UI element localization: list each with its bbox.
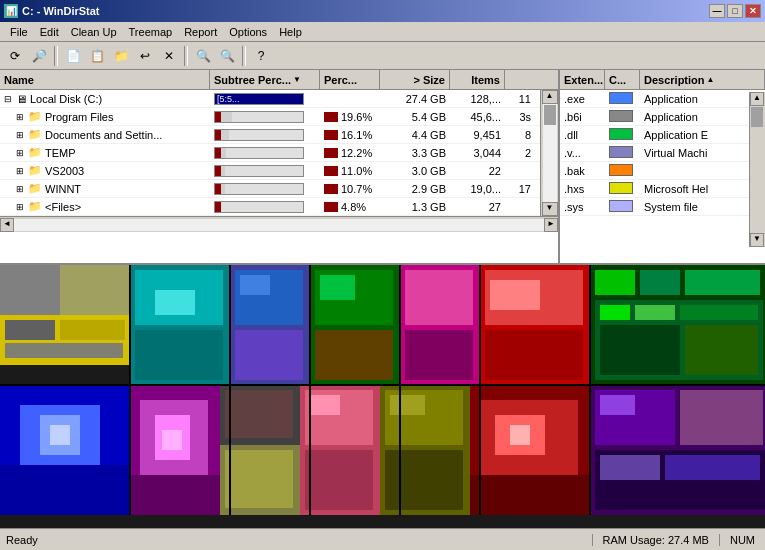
cell-subtree [210, 164, 320, 178]
toolbar-delete[interactable]: ✕ [158, 45, 180, 67]
expand-icon[interactable]: ⊞ [16, 202, 26, 212]
expand-icon[interactable]: ⊞ [16, 184, 26, 194]
table-row[interactable]: ⊟ 🖥 Local Disk (C:) [5:5... 27.4 GB [0, 90, 540, 108]
menu-report[interactable]: Report [178, 24, 223, 40]
maximize-button[interactable]: □ [727, 4, 743, 18]
table-row[interactable]: ⊞ 📁 Program Files 19.6% [0, 108, 540, 126]
color-swatch [609, 128, 633, 140]
cell-last: 2 [505, 146, 535, 160]
svg-rect-53 [305, 450, 373, 510]
menu-cleanup[interactable]: Clean Up [65, 24, 123, 40]
menu-options[interactable]: Options [223, 24, 273, 40]
cell-items: 3,044 [450, 146, 505, 160]
toolbar-zoom-out[interactable]: 🔍 [216, 45, 238, 67]
table-row[interactable]: ⊞ 📁 <Files> 4.8% [0, 198, 540, 216]
expand-icon[interactable]: ⊞ [16, 112, 26, 122]
svg-rect-61 [510, 425, 530, 445]
ext-cell-color [605, 127, 640, 143]
ext-cell-desc: Virtual Machi [640, 146, 765, 160]
expand-icon[interactable]: ⊞ [16, 166, 26, 176]
toolbar-refresh[interactable]: ⟳ [4, 45, 26, 67]
expand-icon[interactable]: ⊞ [16, 148, 26, 158]
svg-rect-21 [405, 330, 473, 380]
status-ready: Ready [0, 534, 593, 546]
list-item[interactable]: .v... Virtual Machi [560, 144, 765, 162]
col-header-size[interactable]: > Size [380, 70, 450, 89]
svg-rect-5 [60, 320, 125, 340]
scroll-up-btn[interactable]: ▲ [542, 90, 558, 104]
table-row[interactable]: ⊞ 📁 Documents and Settin... 16.1% [0, 126, 540, 144]
color-swatch [609, 182, 633, 194]
table-row[interactable]: ⊞ 📁 TEMP 12.2% 3 [0, 144, 540, 162]
toolbar-copy[interactable]: 📄 [62, 45, 84, 67]
table-row[interactable]: ⊞ 📁 VS2003 11.0% [0, 162, 540, 180]
ext-col-header-color[interactable]: C... [605, 70, 640, 89]
ext-header: Exten... C... Description▲ [560, 70, 765, 90]
ext-col-header-desc[interactable]: Description▲ [640, 70, 765, 89]
ext-col-header-ext[interactable]: Exten... [560, 70, 605, 89]
ext-cell-desc: System file [640, 200, 765, 214]
col-header-subtree[interactable]: Subtree Perc...▼ [210, 70, 320, 89]
expand-icon[interactable]: ⊟ [4, 94, 14, 104]
toolbar-help[interactable]: ? [250, 45, 272, 67]
col-header-last[interactable] [505, 70, 535, 89]
toolbar-zoom-in[interactable]: 🔍 [192, 45, 214, 67]
ext-scroll-down[interactable]: ▼ [750, 233, 764, 247]
treemap-panel[interactable] [0, 265, 765, 528]
list-item[interactable]: .hxs Microsoft Hel [560, 180, 765, 198]
cell-perc: 16.1% [320, 128, 380, 142]
col-header-perc[interactable]: Perc... [320, 70, 380, 89]
titlebar: 📊 C: - WinDirStat — □ ✕ [0, 0, 765, 22]
svg-rect-52 [310, 395, 340, 415]
ext-cell-desc: Application [640, 92, 765, 106]
ext-cell-desc: Microsoft Hel [640, 182, 765, 196]
subtree-bar [214, 183, 304, 195]
svg-rect-45 [130, 475, 220, 515]
ext-cell-ext: .dll [560, 128, 605, 142]
menu-file[interactable]: File [4, 24, 34, 40]
toolbar-paste[interactable]: 📋 [86, 45, 108, 67]
color-swatch [609, 200, 633, 212]
ext-cell-desc: Application E [640, 128, 765, 142]
menu-edit[interactable]: Edit [34, 24, 65, 40]
hscroll-right-btn[interactable]: ► [544, 218, 558, 232]
cell-items: 22 [450, 164, 505, 178]
cell-items: 19,0... [450, 182, 505, 196]
ext-scroll-up[interactable]: ▲ [750, 92, 764, 106]
close-button[interactable]: ✕ [745, 4, 761, 18]
ext-cell-ext: .sys [560, 200, 605, 214]
toolbar-move[interactable]: 📁 [110, 45, 132, 67]
scroll-thumb[interactable] [544, 105, 556, 125]
tree-hscrollbar: ◄ ► [0, 216, 558, 232]
list-item[interactable]: .sys System file [560, 198, 765, 216]
svg-rect-27 [595, 270, 635, 295]
cell-size: 2.9 GB [380, 182, 450, 196]
list-item[interactable]: .exe Application [560, 90, 765, 108]
ext-scroll-thumb[interactable] [751, 107, 763, 127]
menubar: File Edit Clean Up Treemap Report Option… [0, 22, 765, 42]
menu-help[interactable]: Help [273, 24, 308, 40]
folder-icon: 📁 [28, 200, 42, 213]
color-swatch [609, 92, 633, 104]
minimize-button[interactable]: — [709, 4, 725, 18]
tree-rows: ⊟ 🖥 Local Disk (C:) [5:5... 27.4 GB [0, 90, 540, 216]
svg-rect-24 [490, 280, 540, 310]
toolbar-sep2 [184, 46, 188, 66]
subtree-bar: [5:5... [214, 93, 304, 105]
list-item[interactable]: .b6i Application [560, 108, 765, 126]
list-item[interactable]: .bak [560, 162, 765, 180]
svg-rect-10 [135, 330, 223, 380]
toolbar-undo[interactable]: ↩ [134, 45, 156, 67]
table-row[interactable]: ⊞ 📁 WINNT 10.7% [0, 180, 540, 198]
scroll-down-btn[interactable]: ▼ [542, 202, 558, 216]
toolbar: ⟳ 🔎 📄 📋 📁 ↩ ✕ 🔍 🔍 ? [0, 42, 765, 70]
col-header-name[interactable]: Name [0, 70, 210, 89]
menu-treemap[interactable]: Treemap [123, 24, 179, 40]
svg-rect-9 [155, 290, 195, 315]
ext-cell-color [605, 145, 640, 161]
col-header-items[interactable]: Items [450, 70, 505, 89]
hscroll-left-btn[interactable]: ◄ [0, 218, 14, 232]
toolbar-scan[interactable]: 🔎 [28, 45, 50, 67]
expand-icon[interactable]: ⊞ [16, 130, 26, 140]
list-item[interactable]: .dll Application E [560, 126, 765, 144]
